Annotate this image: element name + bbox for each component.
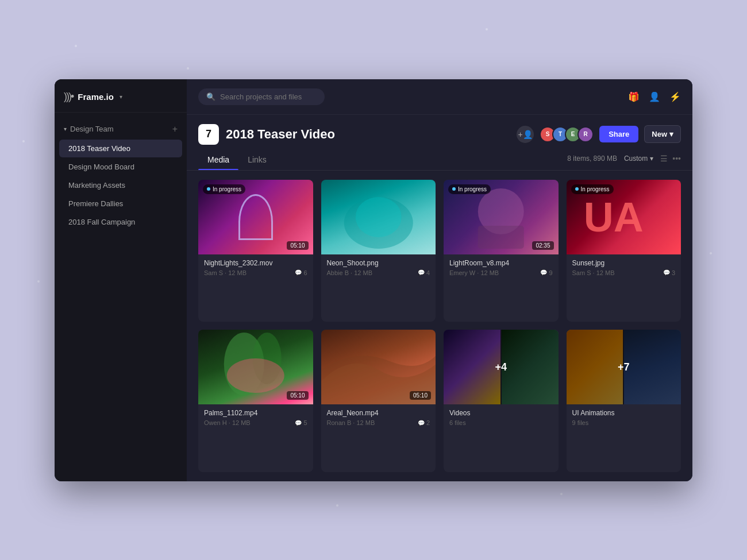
thumb-duration: 05:10 [410, 391, 431, 400]
gift-icon[interactable]: 🎁 [628, 91, 640, 102]
new-chevron-icon: ▾ [669, 130, 673, 138]
media-name: UI Animations [572, 409, 676, 417]
view-buttons: ☰ ••• [660, 154, 681, 163]
media-comments: 💬2 [418, 419, 430, 426]
comment-icon: 💬 [663, 269, 670, 276]
comment-icon: 💬 [540, 269, 547, 276]
svg-rect-3 [478, 226, 524, 249]
folder-plus-badge: +7 [567, 330, 681, 404]
custom-view-button[interactable]: Custom ▾ [624, 155, 653, 163]
main-content: 🔍 🎁 👤 ⚡ 7 2018 Teaser Video +👤 S [187, 79, 692, 481]
search-bar[interactable]: 🔍 [198, 88, 325, 105]
media-info: Neon_Shoot.png Abbie B · 12 MB 💬4 [321, 254, 436, 281]
media-thumb-neon [321, 180, 436, 254]
media-name: LightRoom_v8.mp4 [449, 259, 553, 267]
thumb-duration: 05:10 [287, 391, 308, 400]
more-options-icon[interactable]: ••• [672, 154, 681, 163]
media-card-areal-neon[interactable]: 05:10 Areal_Neon.mp4 Ronan B · 12 MB 💬2 [321, 330, 436, 472]
sidebar-header: )))• Frame.io ▾ [55, 79, 187, 113]
custom-chevron-icon: ▾ [650, 155, 653, 163]
media-name: NightLights_2302.mov [204, 259, 307, 267]
media-card-sunset[interactable]: UA In progress Sunset.jpg Sam S · 12 MB … [567, 180, 681, 322]
section-collapse-icon[interactable]: ▾ [64, 126, 67, 132]
badge-dot [575, 187, 579, 191]
logo-chevron-icon[interactable]: ▾ [120, 94, 122, 100]
sidebar: )))• Frame.io ▾ ▾ Design Team + 2018 Tea… [55, 79, 187, 481]
topbar-icons: 🎁 👤 ⚡ [628, 91, 681, 102]
media-name: Palms_1102.mp4 [204, 409, 307, 417]
tab-media[interactable]: Media [198, 152, 238, 170]
project-actions: +👤 S T E R Share New ▾ [517, 125, 681, 143]
media-user-size: Owen H · 12 MB [204, 419, 251, 426]
comment-icon: 💬 [295, 269, 302, 276]
media-meta: Ronan B · 12 MB 💬2 [327, 419, 430, 426]
comment-icon: 💬 [418, 269, 425, 276]
add-project-icon[interactable]: + [172, 124, 178, 134]
app-name: Frame.io [78, 92, 114, 102]
svg-text:UA: UA [583, 194, 643, 240]
section-label: Design Team [70, 125, 114, 133]
media-meta: Abbie B · 12 MB 💬4 [327, 269, 430, 276]
user-icon[interactable]: 👤 [649, 91, 660, 102]
media-info: NightLights_2302.mov Sam S · 12 MB 💬6 [198, 254, 313, 281]
media-comments: 💬9 [540, 269, 552, 276]
new-button[interactable]: New ▾ [644, 125, 681, 143]
topbar: 🔍 🎁 👤 ⚡ [187, 79, 692, 115]
project-header: 7 2018 Teaser Video +👤 S T E R Share New… [187, 115, 692, 145]
media-user-size: Sam S · 12 MB [572, 269, 615, 276]
sidebar-section-design-team: ▾ Design Team + 2018 Teaser Video Design… [55, 113, 187, 241]
media-card-ui-animations[interactable]: +7 UI Animations 9 files [567, 330, 681, 472]
app-window: )))• Frame.io ▾ ▾ Design Team + 2018 Tea… [55, 79, 692, 481]
folder-plus-badge: +4 [444, 330, 559, 404]
project-title: 2018 Teaser Video [226, 127, 335, 142]
media-info: Sunset.jpg Sam S · 12 MB 💬3 [567, 254, 681, 281]
sidebar-item-premiere[interactable]: Premiere Dallies [59, 195, 182, 213]
neon-graphic [321, 180, 436, 254]
media-comments: 💬3 [663, 269, 675, 276]
media-meta: Sam S · 12 MB 💬6 [204, 269, 307, 276]
media-meta: Emery W · 12 MB 💬9 [449, 269, 553, 276]
media-thumb-areal: 05:10 [321, 330, 436, 404]
in-progress-badge: In progress [571, 184, 614, 194]
avatar-4: R [577, 126, 594, 142]
media-meta: Sam S · 12 MB 💬3 [572, 269, 676, 276]
media-thumb-lightroom: In progress 02:35 [444, 180, 559, 254]
folder-thumb-videos: +4 [444, 330, 559, 404]
sidebar-item-2018-teaser[interactable]: 2018 Teaser Video [59, 140, 182, 157]
folder-files: 9 files [572, 419, 676, 426]
sidebar-item-marketing[interactable]: Marketing Assets [59, 176, 182, 194]
search-input[interactable] [220, 92, 317, 101]
section-title-area[interactable]: ▾ Design Team [64, 125, 114, 133]
media-thumb-palms: 05:10 [198, 330, 313, 404]
tab-links[interactable]: Links [238, 152, 276, 170]
media-card-neon-shoot[interactable]: Neon_Shoot.png Abbie B · 12 MB 💬4 [321, 180, 436, 322]
media-card-lightroom[interactable]: In progress 02:35 LightRoom_v8.mp4 Emery… [444, 180, 559, 322]
sidebar-section-header: ▾ Design Team + [55, 122, 187, 139]
media-card-nightlights[interactable]: In progress 05:10 NightLights_2302.mov S… [198, 180, 313, 322]
media-card-palms[interactable]: 05:10 Palms_1102.mp4 Owen H · 12 MB 💬5 [198, 330, 313, 472]
media-meta: Owen H · 12 MB 💬5 [204, 419, 307, 426]
media-user-size: Sam S · 12 MB [204, 269, 247, 276]
search-icon: 🔍 [206, 92, 215, 101]
bolt-icon[interactable]: ⚡ [669, 91, 681, 102]
share-button[interactable]: Share [599, 126, 638, 142]
sidebar-item-fall-campaign[interactable]: 2018 Fall Campaign [59, 213, 182, 231]
media-user-size: Abbie B · 12 MB [327, 269, 373, 276]
media-comments: 💬5 [295, 419, 307, 426]
media-card-videos-folder[interactable]: +4 Videos 6 files [444, 330, 559, 472]
media-name: Videos [449, 409, 553, 417]
thumb-duration: 02:35 [532, 241, 553, 250]
tab-meta: 8 items, 890 MB Custom ▾ ☰ ••• [567, 154, 681, 168]
media-comments: 💬4 [418, 269, 430, 276]
add-member-button[interactable]: +👤 [517, 126, 534, 143]
sidebar-item-design-mood[interactable]: Design Mood Board [59, 158, 182, 176]
badge-dot [452, 187, 456, 191]
list-view-icon[interactable]: ☰ [660, 154, 668, 163]
svg-point-7 [227, 358, 284, 393]
media-user-size: Ronan B · 12 MB [327, 419, 375, 426]
tabs-area: Media Links 8 items, 890 MB Custom ▾ ☰ •… [187, 145, 692, 171]
comment-icon: 💬 [295, 420, 302, 426]
media-name: Sunset.jpg [572, 259, 676, 267]
project-title-area: 7 2018 Teaser Video [198, 124, 335, 145]
badge-dot [207, 187, 210, 191]
